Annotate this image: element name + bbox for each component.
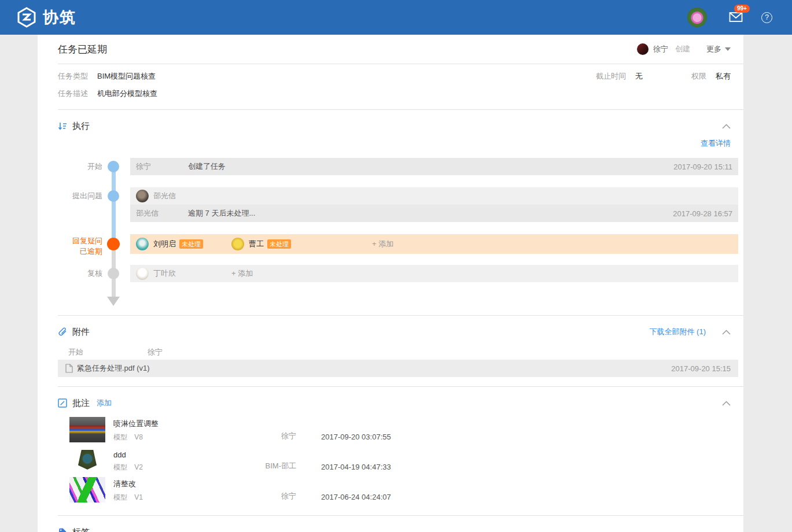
pdf-file-icon [65, 364, 73, 373]
annotations-title: 批注 [72, 398, 90, 409]
question-mark-icon: ? [765, 13, 769, 21]
assignee-item[interactable]: 刘明启 未处理 [136, 238, 231, 250]
timeline-row: 邵光信 逾期 7 天后未处理... 2017-09-28 16:57 [130, 205, 738, 222]
page-title: 任务已延期 [58, 43, 107, 56]
assignee-name: 曹工 [249, 239, 264, 249]
mail-icon [729, 11, 744, 24]
add-assignee-button[interactable]: + 添加 [231, 268, 253, 279]
annotation-title: ddd [113, 450, 245, 459]
row-actor: 徐宁 [136, 161, 188, 172]
annotation-thumbnail[interactable] [69, 417, 105, 442]
collapse-attachments-button[interactable] [722, 330, 731, 335]
annotation-author: 徐宁 [245, 491, 296, 503]
sort-execution-icon [58, 122, 67, 131]
row-timestamp: 2017-09-28 16:57 [673, 209, 732, 218]
assignee-avatar [231, 238, 244, 250]
attachment-file-row[interactable]: 紧急任务处理.pdf (v1) 2017-09-20 15:15 [58, 360, 738, 377]
notifications-button[interactable]: 99+ [729, 11, 744, 24]
collapse-execution-button[interactable] [722, 124, 731, 129]
task-desc-value: 机电部分模型核查 [97, 85, 157, 102]
attachment-stage: 开始 [68, 347, 148, 357]
annotation-version: V8 [134, 433, 143, 441]
annotation-item[interactable]: ddd 模型 V2 BIM-邵工 2017-04-19 04:47:33 [69, 447, 743, 472]
assignee-item[interactable]: 丁叶欣 [136, 267, 231, 280]
execution-title: 执行 [72, 121, 90, 132]
task-info-section: 任务类型 BIM模型问题核查 截止时间 无 权限 私有 任务描述 机电部分模型核… [38, 64, 743, 109]
timeline-row: 徐宁 创建了任务 2017-09-20 15:11 [130, 158, 738, 175]
stage-label-line1: 回复疑问 [72, 237, 102, 245]
assignee-name: 丁叶欣 [153, 268, 176, 279]
stage-reply-question-label: 回复疑问 已逾期 [38, 236, 102, 257]
stage-raise-issue-dot [108, 190, 119, 202]
annotation-type: 模型 [113, 433, 127, 441]
assignee-item[interactable]: 曹工 未处理 [231, 238, 327, 250]
attachments-title: 附件 [72, 327, 90, 338]
task-title-row: 任务已延期 徐宁 创建 更多 [38, 35, 743, 64]
annotation-item[interactable]: 清整改 模型 V1 徐宁 2017-06-24 04:24:07 [69, 477, 743, 503]
stage-start: 开始 徐宁 创建了任务 2017-09-20 15:11 [38, 158, 738, 175]
annotation-timestamp: 2017-09-20 03:07:55 [321, 433, 408, 442]
annotation-title: 清整改 [113, 479, 245, 489]
annotation-item[interactable]: 喷淋位置调整 模型 V8 徐宁 2017-09-20 03:07:55 [69, 417, 743, 442]
row-action: 逾期 7 天后未处理... [188, 208, 255, 219]
stage-reply-question-dot [107, 238, 120, 250]
tags-section: 标签 + [38, 516, 743, 532]
annotation-edit-icon [58, 398, 67, 408]
status-badge: 未处理 [179, 239, 203, 249]
creator-name: 徐宁 [653, 44, 668, 54]
app-logo[interactable]: 协筑 [16, 7, 76, 28]
tags-title: 标签 [72, 527, 90, 532]
assignee-name: 邵光信 [153, 191, 176, 201]
add-annotation-link[interactable]: 添加 [97, 398, 112, 408]
stage-overdue-line2: 已逾期 [80, 247, 102, 256]
assignee-name: 刘明启 [153, 239, 176, 249]
stage-raise-issue-label: 提出问题 [38, 191, 102, 201]
logo-text: 协筑 [43, 7, 76, 28]
deadline-value: 无 [635, 68, 643, 85]
execution-timeline: 开始 徐宁 创建了任务 2017-09-20 15:11 提出问题 邵光信 邵光… [38, 158, 743, 315]
tag-icon [58, 527, 67, 532]
assignee-avatar [136, 238, 149, 250]
annotation-author: 徐宁 [245, 431, 296, 442]
creator-avatar [637, 43, 649, 55]
download-all-link[interactable]: 下载全部附件 (1) [650, 327, 706, 337]
annotation-type: 模型 [113, 493, 127, 501]
row-action: 创建了任务 [188, 161, 226, 172]
task-desc-label: 任务描述 [58, 85, 88, 102]
stage-start-dot [108, 161, 119, 172]
timeline-row: 邵光信 [130, 187, 738, 205]
attachment-group-row: 开始 徐宁 [58, 345, 738, 360]
help-button[interactable]: ? [761, 12, 772, 23]
row-timestamp: 2017-09-20 15:11 [673, 162, 732, 171]
annotations-section: 批注 添加 喷淋位置调整 模型 V8 徐宁 2017-09-20 0 [38, 387, 743, 515]
status-badge: 未处理 [267, 239, 291, 249]
annotation-author: BIM-邵工 [245, 461, 296, 472]
logo-hexagon-icon [16, 7, 37, 28]
attachment-file-name[interactable]: 紧急任务处理.pdf (v1) [77, 363, 150, 374]
annotation-thumbnail[interactable] [69, 477, 105, 503]
top-navigation-bar: 协筑 99+ ? [0, 0, 792, 35]
paperclip-icon [58, 327, 67, 337]
annotation-thumbnail[interactable] [69, 447, 105, 472]
stage-start-label: 开始 [38, 161, 102, 172]
task-type-value: BIM模型问题核查 [97, 68, 156, 85]
timeline-arrow-down-icon [107, 297, 120, 306]
annotation-title: 喷淋位置调整 [113, 419, 245, 429]
task-detail-card: 任务已延期 徐宁 创建 更多 任务类型 BIM模型问题核查 截止时间 无 权限 … [38, 35, 743, 532]
user-avatar[interactable] [687, 8, 707, 27]
collapse-annotations-button[interactable] [722, 401, 731, 406]
permission-value: 私有 [716, 68, 731, 85]
more-dropdown[interactable]: 更多 [706, 44, 731, 54]
chevron-up-icon [722, 330, 731, 335]
deadline-label: 截止时间 [596, 68, 626, 85]
add-assignee-button[interactable]: + 添加 [372, 239, 393, 249]
creator-role-label: 创建 [675, 44, 690, 54]
attachment-timestamp: 2017-09-20 15:15 [671, 364, 731, 373]
view-details-link[interactable]: 查看详情 [701, 139, 731, 147]
attachments-section: 附件 下载全部附件 (1) 开始 徐宁 紧急任务处理.pdf (v1) 2017… [38, 316, 743, 386]
permission-label: 权限 [691, 68, 706, 85]
annotation-version: V1 [134, 493, 143, 501]
stage-review-label: 复核 [38, 268, 102, 279]
assignee-avatar [136, 267, 149, 280]
attachment-owner: 徐宁 [148, 347, 163, 357]
